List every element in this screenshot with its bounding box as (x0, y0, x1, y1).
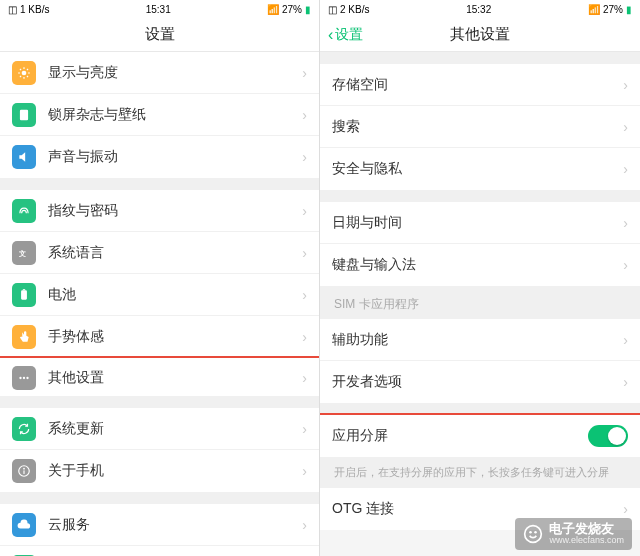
row-label: 搜索 (332, 118, 623, 136)
cloud-icon (12, 513, 36, 537)
back-label: 设置 (335, 26, 363, 44)
svg-point-7 (26, 377, 28, 379)
row-fingerprint-password[interactable]: 指纹与密码 › (0, 190, 319, 232)
chevron-right-icon: › (302, 517, 307, 533)
chevron-left-icon: ‹ (328, 26, 333, 44)
watermark-title: 电子发烧友 (549, 522, 624, 536)
sound-icon (12, 145, 36, 169)
row-storage[interactable]: 存储空间 › (320, 64, 640, 106)
signal-icon: 📶 (588, 4, 600, 15)
row-label: 开发者选项 (332, 373, 623, 391)
row-lockscreen-wallpaper[interactable]: 锁屏杂志与壁纸 › (0, 94, 319, 136)
row-label: 系统语言 (48, 244, 302, 262)
row-cloud-service[interactable]: 云服务 › (0, 504, 319, 546)
chevron-right-icon: › (623, 332, 628, 348)
more-icon (12, 366, 36, 390)
wallpaper-icon (12, 103, 36, 127)
row-label: 指纹与密码 (48, 202, 302, 220)
row-label: 辅助功能 (332, 331, 623, 349)
row-label: 日期与时间 (332, 214, 623, 232)
watermark: 电子发烧友 www.elecfans.com (515, 518, 632, 550)
page-title: 设置 (145, 25, 175, 44)
chevron-right-icon: › (623, 257, 628, 273)
status-time: 15:32 (466, 4, 491, 15)
chevron-right-icon: › (302, 107, 307, 123)
row-label: 应用分屏 (332, 427, 588, 445)
row-label: 键盘与输入法 (332, 256, 623, 274)
chevron-right-icon: › (623, 215, 628, 231)
net-speed: 2 KB/s (340, 4, 369, 15)
battery-icon: ▮ (626, 4, 632, 15)
row-gesture-motion[interactable]: 手势体感 › (0, 316, 319, 358)
row-label: 云服务 (48, 516, 302, 534)
settings-screen: ◫ 1 KB/s 15:31 📶 27% ▮ 设置 显示与亮度 › 锁屏杂志与壁… (0, 0, 320, 556)
row-label: 存储空间 (332, 76, 623, 94)
chevron-right-icon: › (623, 161, 628, 177)
status-bar: ◫ 1 KB/s 15:31 📶 27% ▮ (0, 0, 319, 18)
sim-icon: ◫ (8, 4, 17, 15)
row-search[interactable]: 搜索 › (320, 106, 640, 148)
chevron-right-icon: › (623, 119, 628, 135)
chevron-right-icon: › (302, 421, 307, 437)
row-label: 电池 (48, 286, 302, 304)
row-label: 其他设置 (48, 369, 302, 387)
sim-section-label: SIM 卡应用程序 (320, 286, 640, 319)
other-settings-screen: ◫ 2 KB/s 15:32 📶 27% ▮ ‹ 设置 其他设置 存储空间 › (320, 0, 640, 556)
row-oppo-account[interactable]: OPPO 帐号 › (0, 546, 319, 556)
row-system-update[interactable]: 系统更新 › (0, 408, 319, 450)
battery-icon (12, 283, 36, 307)
row-system-language[interactable]: 文 系统语言 › (0, 232, 319, 274)
chevron-right-icon: › (302, 287, 307, 303)
row-accessibility[interactable]: 辅助功能 › (320, 319, 640, 361)
svg-point-13 (530, 531, 533, 534)
settings-group-2: 指纹与密码 › 文 系统语言 › 电池 › 手势体感 › 其他设置 › (0, 190, 319, 398)
status-time: 15:31 (146, 4, 171, 15)
battery-icon: ▮ (305, 4, 311, 15)
svg-point-9 (23, 468, 25, 470)
row-app-split-screen[interactable]: 应用分屏 (320, 415, 640, 457)
nav-bar: ‹ 设置 其他设置 (320, 18, 640, 52)
net-speed: 1 KB/s (20, 4, 49, 15)
page-title: 其他设置 (450, 25, 510, 44)
logo-icon (523, 524, 543, 544)
status-bar: ◫ 2 KB/s 15:32 📶 27% ▮ (320, 0, 640, 18)
row-keyboard-input[interactable]: 键盘与输入法 › (320, 244, 640, 286)
row-developer-options[interactable]: 开发者选项 › (320, 361, 640, 403)
row-security-privacy[interactable]: 安全与隐私 › (320, 148, 640, 190)
row-date-time[interactable]: 日期与时间 › (320, 202, 640, 244)
gesture-icon (12, 325, 36, 349)
svg-rect-4 (23, 289, 25, 290)
other-group-1: 存储空间 › 搜索 › 安全与隐私 › (320, 64, 640, 190)
update-icon (12, 417, 36, 441)
row-sound-vibration[interactable]: 声音与振动 › (0, 136, 319, 178)
info-icon (12, 459, 36, 483)
app-split-toggle[interactable] (588, 425, 628, 447)
app-split-group: 应用分屏 (320, 413, 640, 459)
chevron-right-icon: › (302, 149, 307, 165)
row-other-settings[interactable]: 其他设置 › (0, 356, 320, 398)
back-button[interactable]: ‹ 设置 (328, 26, 363, 44)
nav-bar: 设置 (0, 18, 319, 52)
chevron-right-icon: › (623, 374, 628, 390)
sim-icon: ◫ (328, 4, 337, 15)
svg-point-6 (23, 377, 25, 379)
row-label: OTG 连接 (332, 500, 623, 518)
row-label: 锁屏杂志与壁纸 (48, 106, 302, 124)
row-label: 显示与亮度 (48, 64, 302, 82)
row-label: 安全与隐私 (332, 160, 623, 178)
settings-group-1: 显示与亮度 › 锁屏杂志与壁纸 › 声音与振动 › (0, 52, 319, 178)
svg-rect-1 (20, 109, 28, 120)
chevron-right-icon: › (302, 329, 307, 345)
chevron-right-icon: › (623, 77, 628, 93)
app-split-hint: 开启后，在支持分屏的应用下，长按多任务键可进入分屏 (320, 457, 640, 488)
chevron-right-icon: › (302, 65, 307, 81)
row-display-brightness[interactable]: 显示与亮度 › (0, 52, 319, 94)
row-label: 系统更新 (48, 420, 302, 438)
row-label: 声音与振动 (48, 148, 302, 166)
row-label: 手势体感 (48, 328, 302, 346)
row-about-phone[interactable]: 关于手机 › (0, 450, 319, 492)
signal-icon: 📶 (267, 4, 279, 15)
svg-text:文: 文 (18, 248, 26, 257)
row-battery[interactable]: 电池 › (0, 274, 319, 316)
settings-group-4: 云服务 › OPPO 帐号 › (0, 504, 319, 556)
